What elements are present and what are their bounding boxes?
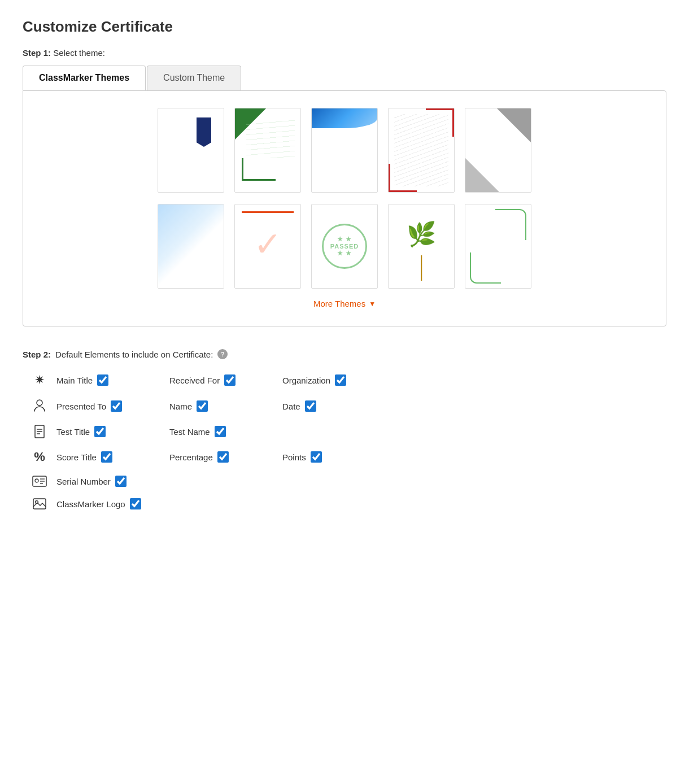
theme-10-green-arch[interactable] [465,204,531,289]
test-name-checkbox[interactable] [215,426,226,437]
bg-lines-decoration [246,120,295,158]
theme-2-green-corner[interactable] [234,108,301,193]
element-points: Points [282,451,395,463]
check-decoration [246,221,289,267]
arch-tr-decoration [495,209,526,240]
received-for-checkbox[interactable] [224,374,236,386]
element-organization: Organization [282,374,395,386]
element-name: Name [169,400,282,412]
more-themes-section: More Themes ▼ [34,299,655,309]
top-line-decoration [242,211,294,213]
percent-icon: % [23,450,56,464]
stamp-decoration: ★ ★PASSED★ ★ [322,224,367,269]
element-score-title: Score Title [56,451,169,463]
arch-bl-decoration [470,252,501,284]
score-title-checkbox[interactable] [101,451,112,463]
document-icon [23,425,56,438]
element-presented-to: Presented To [56,400,169,412]
elements-row-seal: ✷ Main Title Received For Organization [23,373,463,387]
theme-8-passed-stamp[interactable]: ★ ★PASSED★ ★ [311,204,378,289]
help-icon[interactable]: ? [217,349,228,359]
theme-4-red-corner[interactable] [388,108,455,193]
step1-label: Step 1: Select theme: [23,48,666,58]
percentage-checkbox[interactable] [217,451,229,463]
classmarker-logo-checkbox[interactable] [130,498,141,509]
theme-7-orange-check[interactable] [234,204,301,289]
seal-icon: ✷ [23,373,56,387]
theme-5-gray-triangle[interactable] [465,108,531,193]
test-title-checkbox[interactable] [94,426,106,437]
wave-decoration [312,108,377,128]
organization-checkbox[interactable] [335,374,346,386]
theme-6-blue-diagonal[interactable] [158,204,224,289]
tab-custom-theme[interactable]: Custom Theme [147,66,241,90]
element-main-title: Main Title [56,374,169,386]
name-checkbox[interactable] [197,400,208,412]
element-group-1: Main Title Received For Organization [56,374,463,386]
corner-br-decoration [242,158,276,181]
tab-classmarker-themes[interactable]: ClassMarker Themes [23,66,146,90]
element-test-name: Test Name [169,426,282,437]
element-received-for: Received For [169,374,282,386]
elements-row-score: % Score Title Percentage Points [23,450,463,464]
date-checkbox[interactable] [305,400,316,412]
elements-row-document: Test Title Test Name [23,425,463,438]
chevron-down-icon: ▼ [369,300,376,308]
theme-1-blue-ribbon[interactable] [158,108,224,193]
themes-row-1 [158,108,531,193]
themes-grid: ★ ★PASSED★ ★ 🌿 [34,108,655,289]
step2-label: Step 2: Default Elements to include on C… [23,349,666,359]
id-card-icon [23,476,56,487]
svg-point-5 [35,479,38,482]
element-group-6: ClassMarker Logo [56,498,463,509]
points-checkbox[interactable] [311,451,322,463]
svg-rect-9 [33,499,46,509]
image-icon [23,498,56,509]
leaf-decoration: 🌿 [407,220,436,248]
element-serial-number: Serial Number [56,476,169,487]
theme-panel: ★ ★PASSED★ ★ 🌿 More Themes ▼ [23,90,666,326]
element-group-5: Serial Number [56,476,463,487]
elements-table: ✷ Main Title Received For Organization [23,373,463,509]
element-classmarker-logo: ClassMarker Logo [56,498,169,509]
elements-row-serial: Serial Number [23,476,463,487]
element-percentage: Percentage [169,451,282,463]
page-title: Customize Certificate [23,18,666,36]
element-test-title: Test Title [56,426,169,437]
ribbon-decoration [197,117,211,147]
theme-tabs: ClassMarker Themes Custom Theme [23,66,666,90]
themes-row-2: ★ ★PASSED★ ★ 🌿 [158,204,531,289]
more-themes-button[interactable]: More Themes ▼ [313,299,376,308]
corner-bl-decoration [389,164,417,192]
element-date: Date [282,400,395,412]
person-icon [23,399,56,413]
elements-row-logo: ClassMarker Logo [23,498,463,509]
tri-bl-decoration [465,158,499,192]
vline-decoration [421,255,422,281]
element-group-3: Test Title Test Name [56,426,463,437]
main-title-checkbox[interactable] [97,374,108,386]
tri-tr-decoration [497,108,531,142]
more-themes-label: More Themes [313,299,365,308]
diag-decoration [158,204,224,288]
presented-to-checkbox[interactable] [111,400,122,412]
corner-tr-decoration [426,108,454,137]
element-group-4: Score Title Percentage Points [56,451,463,463]
elements-row-person: Presented To Name Date [23,399,463,413]
theme-3-blue-wave[interactable] [311,108,378,193]
serial-number-checkbox[interactable] [115,476,127,487]
theme-9-gold-leaf[interactable]: 🌿 [388,204,455,289]
element-group-2: Presented To Name Date [56,400,463,412]
